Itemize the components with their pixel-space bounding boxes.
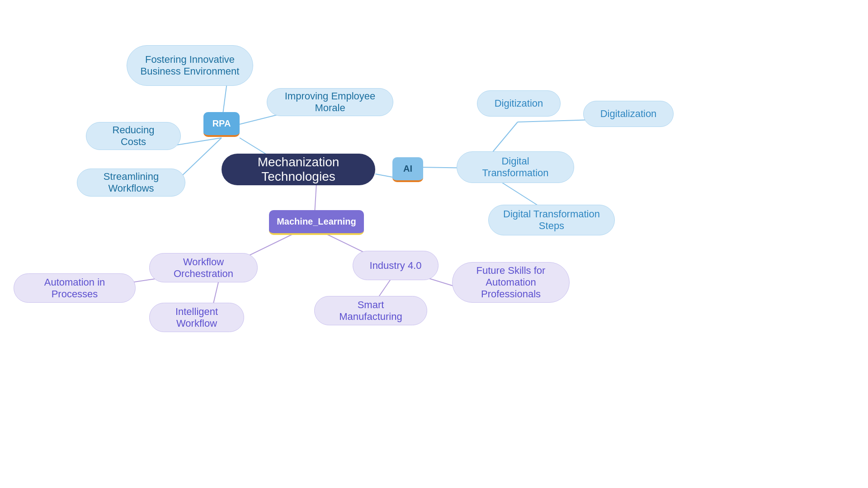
workflow-orchestration-node[interactable]: Workflow Orchestration (149, 253, 258, 282)
digitalization-label: Digitalization (600, 108, 657, 120)
digitization-node[interactable]: Digitization (477, 90, 561, 117)
svg-line-15 (518, 120, 592, 122)
industry40-node[interactable]: Industry 4.0 (353, 251, 439, 280)
ml-node[interactable]: Machine_Learning (269, 210, 364, 235)
digital-transformation-node[interactable]: Digital Transformation (457, 151, 574, 183)
streamlining-label: Streamlining Workflows (90, 171, 172, 194)
workflow-orchestration-label: Workflow Orchestration (162, 256, 245, 280)
employee-morale-node[interactable]: Improving Employee Morale (267, 88, 393, 116)
center-node[interactable]: Mechanization Technologies (222, 154, 375, 185)
employee-morale-label: Improving Employee Morale (280, 90, 380, 114)
digital-transformation-steps-label: Digital Transformation Steps (501, 208, 602, 232)
digitization-label: Digitization (495, 98, 543, 109)
reducing-costs-label: Reducing Costs (99, 124, 168, 148)
intelligent-workflow-label: Intelligent Workflow (162, 306, 231, 329)
digital-transformation-steps-node[interactable]: Digital Transformation Steps (488, 205, 615, 235)
fostering-label: Fostering Innovative Business Environmen… (140, 54, 240, 77)
ai-label: AI (403, 164, 412, 174)
future-skills-node[interactable]: Future Skills for Automation Professiona… (452, 262, 570, 303)
fostering-node[interactable]: Fostering Innovative Business Environmen… (127, 45, 253, 86)
center-label: Mechanization Technologies (241, 155, 355, 184)
reducing-costs-node[interactable]: Reducing Costs (86, 122, 181, 150)
digitalization-node[interactable]: Digitalization (583, 101, 674, 127)
future-skills-label: Future Skills for Automation Professiona… (465, 265, 557, 300)
rpa-node[interactable]: RPA (203, 112, 240, 137)
smart-manufacturing-node[interactable]: Smart Manufacturing (314, 296, 427, 325)
digital-transformation-label: Digital Transformation (470, 155, 561, 179)
intelligent-workflow-node[interactable]: Intelligent Workflow (149, 303, 244, 332)
streamlining-node[interactable]: Streamlining Workflows (77, 169, 185, 197)
ai-node[interactable]: AI (392, 157, 423, 182)
automation-processes-label: Automation in Processes (27, 277, 123, 300)
industry40-label: Industry 4.0 (370, 260, 422, 272)
smart-manufacturing-label: Smart Manufacturing (327, 299, 414, 323)
ml-label: Machine_Learning (277, 216, 356, 227)
automation-processes-node[interactable]: Automation in Processes (14, 273, 136, 303)
rpa-label: RPA (212, 118, 231, 129)
